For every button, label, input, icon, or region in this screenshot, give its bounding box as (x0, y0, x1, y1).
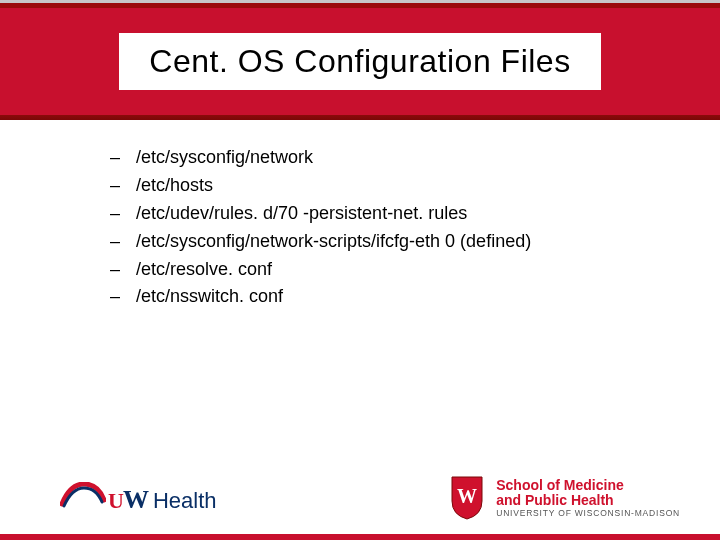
logo-letter-w: W (123, 485, 149, 515)
list-item: – /etc/udev/rules. d/70 -persistent-net.… (110, 200, 650, 228)
list-item: – /etc/sysconfig/network-scripts/ifcfg-e… (110, 228, 650, 256)
uw-swoosh-icon (60, 482, 106, 508)
item-text: /etc/nsswitch. conf (136, 283, 283, 311)
bullet: – (110, 172, 136, 200)
svg-text:W: W (457, 485, 477, 507)
item-text: /etc/udev/rules. d/70 -persistent-net. r… (136, 200, 467, 228)
content-area: – /etc/sysconfig/network – /etc/hosts – … (0, 120, 720, 311)
list-item: – /etc/sysconfig/network (110, 144, 650, 172)
list-item: – /etc/hosts (110, 172, 650, 200)
smph-sub: UNIVERSITY OF WISCONSIN-MADISON (496, 509, 680, 518)
footer: U W Health W School of Medicine and Publ… (0, 468, 720, 540)
item-text: /etc/hosts (136, 172, 213, 200)
logo-health-text: Health (153, 488, 217, 514)
smph-logo: W School of Medicine and Public Health U… (448, 475, 680, 521)
smph-text: School of Medicine and Public Health UNI… (496, 478, 680, 518)
bullet: – (110, 283, 136, 311)
title-band: Cent. OS Configuration Files (0, 0, 720, 120)
logo-letter-u: U (108, 488, 123, 514)
uw-crest-icon: W (448, 475, 486, 521)
smph-line1: School of Medicine (496, 478, 680, 493)
list-item: – /etc/resolve. conf (110, 256, 650, 284)
item-text: /etc/sysconfig/network-scripts/ifcfg-eth… (136, 228, 531, 256)
bullet: – (110, 256, 136, 284)
bullet: – (110, 228, 136, 256)
slide-title: Cent. OS Configuration Files (119, 33, 600, 90)
uw-health-logo: U W Health (60, 482, 216, 515)
item-text: /etc/sysconfig/network (136, 144, 313, 172)
bullet: – (110, 144, 136, 172)
list-item: – /etc/nsswitch. conf (110, 283, 650, 311)
bullet: – (110, 200, 136, 228)
smph-line2: and Public Health (496, 493, 680, 508)
item-text: /etc/resolve. conf (136, 256, 272, 284)
